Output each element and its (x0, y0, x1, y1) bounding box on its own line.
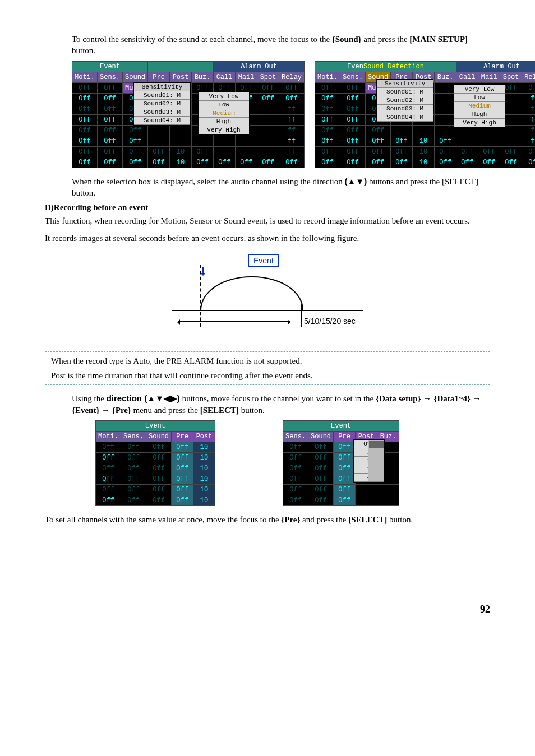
table-cell (236, 146, 257, 157)
table-cell: Off (308, 474, 334, 484)
table-cell: Off (315, 125, 340, 136)
table-cell: Off (315, 114, 340, 125)
table-cell (257, 146, 279, 157)
scrollbar-thumb[interactable] (369, 441, 384, 448)
list-item[interactable]: High (199, 118, 249, 126)
table-cell: 10 (170, 157, 192, 168)
direction-paragraph: Using the direction (▲▼◀▶) buttons, move… (72, 393, 490, 416)
list-item[interactable]: Sound04: M (377, 113, 433, 122)
event-header: Event (96, 420, 215, 431)
list-item[interactable]: Very High (199, 126, 249, 134)
column-header: Moti. (96, 431, 121, 442)
table-cell: Off (456, 157, 478, 168)
list-item[interactable]: Very High (454, 119, 505, 127)
table-cell (391, 125, 413, 136)
sensitivity-popup[interactable]: Sensitivity Sound01: M Sound02: M Sound0… (133, 82, 191, 126)
table-cell (356, 495, 377, 505)
table-cell (148, 125, 170, 136)
table-cell (435, 125, 456, 136)
list-item[interactable]: Low (454, 94, 505, 102)
column-header: Mail (478, 72, 500, 82)
list-item[interactable]: Very Low (454, 85, 505, 94)
table-cell (148, 136, 170, 146)
table-cell: Off (96, 484, 121, 495)
table-cell: 10 (193, 495, 215, 505)
table-cell: Off (148, 146, 170, 157)
table-cell: Off (522, 157, 535, 168)
table-cell: Off (500, 146, 522, 157)
sensitivity-popup[interactable]: Sensitivity Sound01: M Sound02: M Sound0… (376, 79, 433, 122)
list-item[interactable]: Sound03: M (377, 105, 433, 113)
final-paragraph: To set all channels with the same value … (45, 514, 490, 525)
table-cell (257, 114, 279, 125)
table-cell: Off (96, 463, 121, 474)
event-header: Event (283, 420, 399, 431)
column-header: Buz. (435, 72, 456, 82)
table-cell: Off (257, 82, 279, 93)
list-item[interactable]: Sound01: M (377, 88, 433, 96)
event-label: Event (248, 254, 279, 267)
list-item[interactable]: Very Low (199, 92, 249, 101)
scrollbar[interactable] (368, 440, 384, 482)
table-cell: Off (366, 136, 391, 146)
column-header: Post (170, 72, 192, 82)
table-cell: Off (72, 125, 98, 136)
table-cell: Off (98, 114, 123, 125)
table-cell (435, 104, 456, 114)
table-cell: Off (334, 452, 356, 463)
table-cell: ff (522, 93, 535, 104)
alarmout-header: Alarm Out (456, 61, 535, 72)
table-cell: Off (315, 93, 340, 104)
table-cell: Off (456, 146, 478, 157)
list-item[interactable]: Sound03: M (134, 108, 190, 117)
table-cell: Off (435, 136, 456, 146)
level-popup[interactable]: Very Low Low Medium High Very High (198, 92, 250, 135)
table-cell: Off (172, 463, 193, 474)
table-cell: Off (308, 442, 334, 452)
intro-paragraph: To control the sensitivity of the sound … (72, 34, 490, 57)
table-cell (236, 136, 257, 146)
table-cell: Off (257, 93, 279, 104)
dimension-line (178, 321, 290, 322)
table-cell: Off (98, 157, 123, 168)
pre-value-popup[interactable]: Off 1 2 3 4 (353, 439, 385, 483)
list-item[interactable]: Sound02: M (134, 100, 190, 108)
table-cell (478, 136, 500, 146)
column-header: Moti. (315, 72, 340, 82)
level-popup[interactable]: Very Low Low Medium High Very High (454, 85, 505, 128)
table-cell: 10 (193, 463, 215, 474)
list-item[interactable]: Medium (454, 102, 505, 110)
table-cell: Off (172, 495, 193, 505)
table-cell (214, 136, 236, 146)
list-item[interactable]: Sound01: M (134, 91, 190, 100)
column-header: Spot (257, 72, 279, 82)
event-arrow-icon (202, 267, 204, 275)
table-cell: Off (500, 157, 522, 168)
table-cell: Off (146, 442, 172, 452)
list-item[interactable]: Medium (199, 109, 249, 118)
table-cell: Off (366, 125, 391, 136)
table-cell (192, 136, 214, 146)
table-cell: Off (315, 136, 340, 146)
list-item[interactable]: Sound02: M (377, 96, 433, 105)
column-header: Pre (172, 431, 193, 442)
column-header: Pre (148, 72, 170, 82)
table-cell (356, 484, 377, 495)
note-line-2: Post is the time duration that that will… (51, 370, 484, 381)
table-cell: Off (121, 463, 146, 474)
list-item[interactable]: Low (199, 101, 249, 109)
table-cell: Off (522, 82, 535, 93)
table-cell: Off (72, 82, 98, 93)
section-d-p2: It records images at several seconds bef… (45, 233, 490, 244)
table-cell: Off (148, 157, 170, 168)
table-cell (435, 82, 456, 93)
table-cell: Off (214, 157, 236, 168)
table-cell: 10 (193, 484, 215, 495)
list-item[interactable]: High (454, 110, 505, 119)
table-cell: Off (98, 146, 123, 157)
table-cell: Off (72, 146, 98, 157)
table-cell: Off (192, 157, 214, 168)
screenshot-sensitivity-right: EvenSound Detection Alarm Out Moti.Sens.… (315, 61, 535, 168)
list-item[interactable]: Sound04: M (134, 117, 190, 125)
table-cell: Off (146, 463, 172, 474)
